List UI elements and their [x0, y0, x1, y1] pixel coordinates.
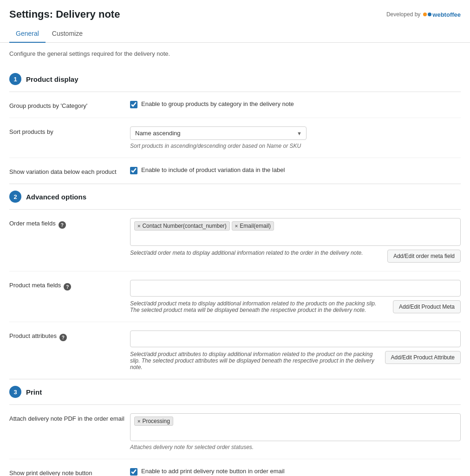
section-body-advanced: Order meta fields ? × Contact Number(con… — [9, 209, 461, 379]
section-header-product-display: 1 Product display — [9, 66, 461, 92]
control-show-print-button: Enable to add print delivery note button… — [130, 468, 461, 476]
section-print: 3 Print Attach delivery note PDF in the … — [9, 379, 461, 476]
section-title-advanced: Advanced options — [26, 193, 86, 201]
section-title-print: Print — [26, 388, 42, 396]
field-variation-data: Show variation data below each product E… — [9, 158, 461, 184]
meta-row-attributes: Select/add product attributes to display… — [130, 351, 461, 370]
label-text-group-products: Group products by 'Category' — [9, 102, 87, 109]
label-group-products: Group products by 'Category' — [9, 100, 130, 109]
label-text-show-print-button: Show print delivery note button — [9, 469, 92, 476]
checkbox-row-group-products: Enable to group products by category in … — [130, 100, 461, 108]
brand-area: Developed by webtoffee — [386, 11, 461, 18]
select-sort-products[interactable]: Name ascending Name descending SKU ascen… — [130, 126, 307, 140]
hint-attach-pdf: Attaches delivery note for selected orde… — [130, 444, 461, 450]
tag-remove-contact[interactable]: × — [137, 223, 140, 229]
hint-sort-products: Sort products in ascending/descending or… — [130, 143, 461, 149]
section-number-3: 3 — [9, 386, 21, 398]
tags-area-product-meta[interactable] — [130, 280, 461, 297]
btn-add-order-meta[interactable]: Add/Edit order meta field — [387, 250, 461, 263]
tag-remove-email[interactable]: × — [235, 223, 238, 229]
meta-row-order: Select/add order meta to display additio… — [130, 250, 461, 263]
desc-order-meta: Select/add order meta to display additio… — [130, 250, 382, 256]
label-text-attach-pdf: Attach delivery note PDF in the order em… — [9, 415, 124, 422]
section-number-2: 2 — [9, 191, 21, 203]
label-text-sort-products: Sort products by — [9, 128, 53, 135]
section-body-print: Attach delivery note PDF in the order em… — [9, 404, 461, 476]
label-variation-data: Show variation data below each product — [9, 166, 130, 175]
select-wrapper-sort: Name ascending Name descending SKU ascen… — [130, 126, 307, 140]
help-icon-product-attributes[interactable]: ? — [59, 334, 67, 341]
tag-label-contact: Contact Number(contact_number) — [142, 223, 226, 229]
page-title: Settings: Delivery note — [9, 8, 120, 20]
field-product-attributes: Product attributes ? Select/add product … — [9, 322, 461, 379]
section-header-print: 3 Print — [9, 379, 461, 404]
label-attach-pdf: Attach delivery note PDF in the order em… — [9, 413, 130, 422]
section-product-display: 1 Product display Group products by 'Cat… — [9, 66, 461, 184]
brand-name: webtoffee — [432, 11, 461, 18]
tags-area-product-attributes[interactable] — [130, 331, 461, 347]
tag-label-email: Email(email) — [240, 223, 271, 229]
btn-add-product-attribute[interactable]: Add/Edit Product Attribute — [385, 351, 461, 364]
label-sort-products: Sort products by — [9, 126, 130, 135]
tab-general[interactable]: General — [9, 25, 46, 43]
label-text-product-meta: Product meta fields — [9, 282, 61, 289]
tag-label-processing: Processing — [142, 418, 170, 424]
tags-area-attach-pdf[interactable]: × Processing — [130, 413, 461, 441]
btn-add-product-meta[interactable]: Add/Edit Product Meta — [393, 300, 461, 313]
label-order-meta: Order meta fields ? — [9, 218, 130, 229]
field-attach-pdf: Attach delivery note PDF in the order em… — [9, 405, 461, 459]
label-show-print-button: Show print delivery note button — [9, 468, 130, 476]
help-icon-order-meta[interactable]: ? — [59, 221, 66, 229]
checkbox-variation-data[interactable] — [130, 167, 137, 174]
checkbox-show-print-button[interactable] — [130, 468, 137, 476]
section-advanced-options: 2 Advanced options Order meta fields ? ×… — [9, 184, 461, 379]
tab-customize[interactable]: Customize — [46, 25, 89, 43]
meta-row-product: Select/add product meta to display addit… — [130, 300, 461, 313]
field-sort-products: Sort products by Name ascending Name des… — [9, 118, 461, 158]
control-attach-pdf: × Processing Attaches delivery note for … — [130, 413, 461, 450]
control-product-attributes: Select/add product attributes to display… — [130, 331, 461, 370]
section-header-advanced: 2 Advanced options — [9, 184, 461, 209]
section-body-product-display: Group products by 'Category' Enable to g… — [9, 92, 461, 184]
help-icon-product-meta[interactable]: ? — [64, 283, 71, 291]
field-show-print-button: Show print delivery note button Enable t… — [9, 459, 461, 476]
label-text-variation-data: Show variation data below each product — [9, 168, 117, 175]
tags-area-order-meta[interactable]: × Contact Number(contact_number) × Email… — [130, 218, 461, 246]
field-order-meta: Order meta fields ? × Contact Number(con… — [9, 210, 461, 271]
tag-email: × Email(email) — [232, 221, 274, 231]
checkbox-row-print: Enable to add print delivery note button… — [130, 468, 461, 476]
control-group-products: Enable to group products by category in … — [130, 100, 461, 108]
main-content: Configure the general settings required … — [0, 43, 470, 476]
section-number-1: 1 — [9, 73, 21, 85]
label-product-meta: Product meta fields ? — [9, 280, 130, 291]
brand-prefix: Developed by — [386, 11, 420, 18]
checkbox-label-variation: Enable to include of product variation d… — [141, 166, 285, 173]
control-product-meta: Select/add product meta to display addit… — [130, 280, 461, 313]
checkbox-group-products[interactable] — [130, 101, 137, 108]
brand-logo: webtoffee — [423, 11, 461, 18]
control-order-meta: × Contact Number(contact_number) × Email… — [130, 218, 461, 263]
label-product-attributes: Product attributes ? — [9, 331, 130, 341]
field-product-meta: Product meta fields ? Select/add product… — [9, 271, 461, 322]
checkbox-row-variation: Enable to include of product variation d… — [130, 166, 461, 174]
page-description: Configure the general settings required … — [9, 50, 461, 57]
control-variation-data: Enable to include of product variation d… — [130, 166, 461, 174]
tag-processing: × Processing — [134, 416, 173, 426]
desc-product-meta: Select/add product meta to display addit… — [130, 300, 387, 313]
tab-bar: General Customize — [0, 25, 470, 43]
tag-contact-number: × Contact Number(contact_number) — [134, 221, 230, 231]
desc-product-attributes: Select/add product attributes to display… — [130, 351, 379, 370]
brand-dot-blue — [428, 13, 431, 16]
tag-remove-processing[interactable]: × — [137, 418, 140, 424]
checkbox-label-print: Enable to add print delivery note button… — [141, 468, 285, 475]
label-text-order-meta: Order meta fields — [9, 220, 56, 227]
checkbox-label-group-products: Enable to group products by category in … — [141, 100, 294, 107]
label-text-product-attributes: Product attributes — [9, 332, 57, 339]
field-group-products: Group products by 'Category' Enable to g… — [9, 92, 461, 118]
control-sort-products: Name ascending Name descending SKU ascen… — [130, 126, 461, 149]
page-header: Settings: Delivery note Developed by web… — [0, 0, 470, 20]
section-title-product-display: Product display — [26, 75, 78, 83]
brand-dot-orange — [423, 13, 427, 16]
page-wrapper: Settings: Delivery note Developed by web… — [0, 0, 470, 476]
